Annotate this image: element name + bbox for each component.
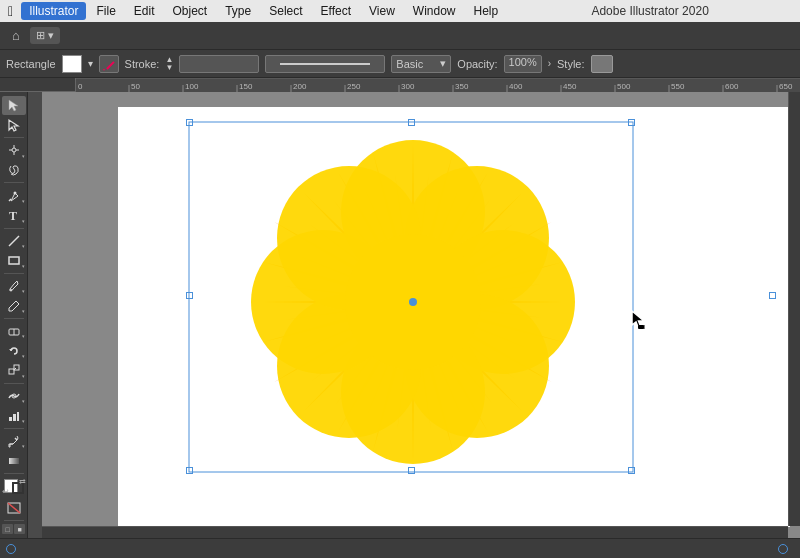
basic-label: Basic xyxy=(396,58,423,70)
selection-handle-bc[interactable] xyxy=(408,467,415,474)
opacity-label: Opacity: xyxy=(457,58,497,70)
selection-handle-ml[interactable] xyxy=(186,292,193,299)
stroke-value-box[interactable] xyxy=(179,55,259,73)
lasso-tool[interactable] xyxy=(2,161,26,180)
style-box[interactable] xyxy=(591,55,613,73)
fill-stroke-box[interactable]: ⇄ ↩ xyxy=(2,477,26,496)
svg-text:100: 100 xyxy=(185,82,199,91)
menu-bar:  Illustrator File Edit Object Type Sele… xyxy=(0,0,800,22)
tool-separator-7 xyxy=(4,428,24,429)
apple-logo[interactable]:  xyxy=(8,3,13,19)
svg-text:300: 300 xyxy=(401,82,415,91)
svg-rect-54 xyxy=(17,412,19,421)
opacity-value[interactable]: 100% xyxy=(504,55,542,73)
eraser-tool[interactable]: ▾ xyxy=(2,322,26,341)
status-circle-left[interactable] xyxy=(6,544,16,554)
selection-handle-mr[interactable] xyxy=(769,292,776,299)
menu-edit[interactable]: Edit xyxy=(126,2,163,20)
menu-illustrator[interactable]: Illustrator xyxy=(21,2,86,20)
menu-select[interactable]: Select xyxy=(261,2,310,20)
selection-handle-tl[interactable] xyxy=(186,119,193,126)
artboard[interactable] xyxy=(118,107,790,527)
tool-separator-8 xyxy=(4,473,24,474)
warp-tool[interactable]: ▾ xyxy=(2,387,26,406)
svg-text:200: 200 xyxy=(293,82,307,91)
menu-object[interactable]: Object xyxy=(165,2,216,20)
svg-text:600: 600 xyxy=(725,82,739,91)
magic-wand-tool[interactable]: ▾ xyxy=(2,141,26,160)
eyedropper-tool[interactable]: ▾ xyxy=(2,432,26,451)
app-toolbar: ⌂ ⊞ ▾ xyxy=(0,22,800,50)
swap-icon[interactable]: ⇄ xyxy=(19,477,26,486)
pencil-tool[interactable]: ▾ xyxy=(2,296,26,315)
graph-tool[interactable]: ▾ xyxy=(2,406,26,425)
svg-marker-47 xyxy=(9,349,13,351)
menu-window[interactable]: Window xyxy=(405,2,464,20)
brush-type-selector[interactable]: Basic ▾ xyxy=(391,55,451,73)
menu-view[interactable]: View xyxy=(361,2,403,20)
svg-rect-48 xyxy=(9,369,14,374)
home-button[interactable]: ⌂ xyxy=(6,26,26,46)
paintbrush-tool[interactable]: ▾ xyxy=(2,277,26,296)
workspace-switcher[interactable]: ⊞ ▾ xyxy=(30,27,60,44)
fill-arrow[interactable]: ▾ xyxy=(88,58,93,69)
svg-text:550: 550 xyxy=(671,82,685,91)
tool-separator-3 xyxy=(4,228,24,229)
scale-tool[interactable]: ▾ xyxy=(2,361,26,380)
ruler-corner xyxy=(0,78,76,92)
svg-line-41 xyxy=(9,236,19,246)
direct-selection-tool[interactable] xyxy=(2,116,26,135)
status-circle-right[interactable] xyxy=(778,544,788,554)
menu-effect[interactable]: Effect xyxy=(313,2,359,20)
svg-text:650: 650 xyxy=(779,82,793,91)
canvas-area[interactable] xyxy=(28,92,800,538)
scroll-bar-right[interactable] xyxy=(788,92,800,526)
main-area: ▾ ▾ T ▾ xyxy=(0,92,800,538)
svg-line-44 xyxy=(16,301,19,304)
selection-handle-bl[interactable] xyxy=(186,467,193,474)
svg-text:0: 0 xyxy=(78,82,83,91)
selection-tool[interactable] xyxy=(2,96,26,115)
svg-marker-32 xyxy=(9,120,18,131)
opacity-arrow[interactable]: › xyxy=(548,58,551,69)
svg-text:T: T xyxy=(9,209,17,222)
rotate-tool[interactable]: ▾ xyxy=(2,341,26,360)
svg-text:450: 450 xyxy=(563,82,577,91)
stroke-spinners[interactable]: ▲ ▼ xyxy=(165,56,173,72)
svg-text:400: 400 xyxy=(509,82,523,91)
tool-separator-6 xyxy=(4,383,24,384)
flower-artwork xyxy=(118,107,790,527)
pen-tool[interactable]: ▾ xyxy=(2,186,26,205)
tool-separator-4 xyxy=(4,273,24,274)
line-tool[interactable]: ▾ xyxy=(2,231,26,250)
brush-selector[interactable] xyxy=(265,55,385,73)
none-fill-button[interactable] xyxy=(2,499,26,518)
scroll-bar-bottom[interactable] xyxy=(42,526,788,538)
selection-handle-tr[interactable] xyxy=(628,119,635,126)
svg-rect-56 xyxy=(9,458,19,464)
menu-type[interactable]: Type xyxy=(217,2,259,20)
properties-bar: Rectangle ▾ Stroke: ▲ ▼ Basic ▾ Opacity:… xyxy=(0,50,800,78)
tool-separator-2 xyxy=(4,182,24,183)
menu-file[interactable]: File xyxy=(88,2,123,20)
default-icon[interactable]: ↩ xyxy=(2,487,9,496)
stroke-icon[interactable] xyxy=(99,55,119,73)
svg-text:350: 350 xyxy=(455,82,469,91)
ruler-left xyxy=(28,92,42,538)
fill-color-box[interactable] xyxy=(62,55,82,73)
selection-handle-tc[interactable] xyxy=(408,119,415,126)
svg-point-38 xyxy=(13,191,16,194)
left-toolbar: ▾ ▾ T ▾ xyxy=(0,92,28,538)
outline-view-button[interactable]: ■ xyxy=(14,524,25,534)
selection-handle-br[interactable] xyxy=(628,467,635,474)
svg-rect-42 xyxy=(9,257,19,264)
gradient-tool[interactable] xyxy=(2,451,26,470)
svg-marker-1 xyxy=(103,69,105,71)
menu-help[interactable]: Help xyxy=(466,2,507,20)
normal-view-button[interactable]: □ xyxy=(2,524,13,534)
svg-marker-31 xyxy=(9,100,18,111)
type-tool[interactable]: T ▾ xyxy=(2,206,26,225)
tool-separator-5 xyxy=(4,318,24,319)
workspace-chevron: ▾ xyxy=(48,29,54,42)
rectangle-tool[interactable]: ▾ xyxy=(2,251,26,270)
